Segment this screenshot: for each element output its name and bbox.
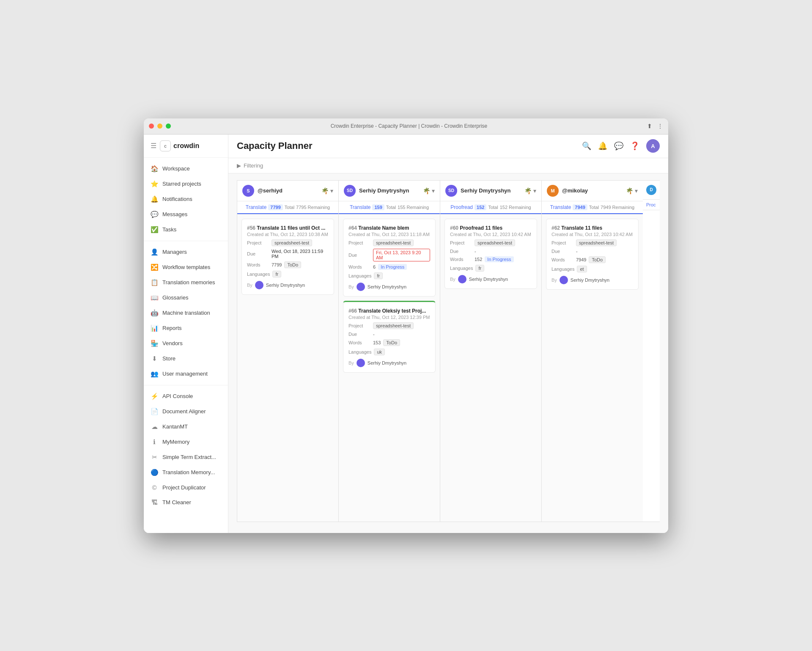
sidebar-item-machine-translation[interactable]: 🤖 Machine translation [144, 305, 228, 321]
dropdown-icon-2[interactable]: ▾ [432, 187, 435, 194]
due-label: Due [247, 251, 269, 256]
user-avatar[interactable]: A [646, 139, 660, 153]
words-value: 6 [373, 264, 376, 269]
person-avatar-4: М [547, 185, 559, 197]
sidebar-item-label: Store [162, 355, 176, 362]
tab-total: Total [386, 205, 396, 210]
tab-translate-1[interactable]: Translate 7799 Total 7795 Remaining [237, 201, 338, 214]
sidebar-item-translation-memory-tool[interactable]: 🔵 Translation Memory... [144, 465, 228, 480]
type-tabs-2: Translate 159 Total 155 Remaining [339, 201, 440, 214]
window-title: Crowdin Enterprise - Capacity Planner | … [171, 123, 647, 129]
dropdown-icon-4[interactable]: ▾ [635, 187, 638, 194]
chat-bubble-icon[interactable]: 💬 [614, 141, 623, 151]
filtering-label: Filtering [244, 162, 263, 169]
robot-icon: 🤖 [151, 309, 158, 317]
sidebar-item-managers[interactable]: 👤 Managers [144, 244, 228, 260]
minimize-button[interactable] [157, 124, 162, 129]
scissors-icon: ✂ [151, 453, 158, 461]
sidebar-nav: 🏠 Workspace ⭐ Starred projects 🔔 Notific… [144, 158, 228, 533]
hamburger-icon[interactable]: ☰ [151, 142, 156, 150]
notification-icon[interactable]: 🔔 [598, 141, 607, 151]
titlebar: Crowdin Enterprise - Capacity Planner | … [144, 118, 668, 135]
task-by-60: By Serhiy Dmytryshyn [450, 275, 532, 283]
by-avatar [560, 276, 568, 284]
language-tag: fr [475, 265, 484, 272]
sidebar-item-glossaries[interactable]: 📖 Glossaries [144, 290, 228, 305]
filtering-toggle[interactable]: ▶ Filtering [237, 162, 263, 169]
sidebar-item-label: Document Aligner [162, 408, 206, 415]
sidebar-item-simple-term[interactable]: ✂ Simple Term Extract... [144, 450, 228, 465]
sidebar-item-mymemory[interactable]: ℹ MyMemory [144, 434, 228, 450]
logo[interactable]: c crowdin [160, 140, 199, 151]
project-label: Project [551, 240, 573, 245]
cloud-icon: ☁ [151, 423, 158, 431]
sidebar-item-label: Reports [162, 325, 182, 331]
type-tabs-4: Translate 7949 Total 7949 Remaining [542, 201, 643, 214]
due-value: - [475, 249, 476, 254]
sidebar-item-kantanmt[interactable]: ☁ KantanMT [144, 419, 228, 434]
search-icon[interactable]: 🔍 [582, 141, 591, 151]
sidebar-item-user-management[interactable]: 👥 User management [144, 366, 228, 382]
fullscreen-button[interactable] [166, 124, 171, 129]
task-due-field: Due Fri, Oct 13, 2023 9:20 AM [348, 249, 430, 261]
by-label: By [247, 283, 252, 288]
sidebar-item-notifications[interactable]: 🔔 Notifications [144, 192, 228, 207]
sidebar-item-project-duplicator[interactable]: © Project Duplicator [144, 480, 228, 495]
sidebar-item-vendors[interactable]: 🏪 Vendors [144, 336, 228, 351]
task-card-64[interactable]: #64 Translate Name blem Created at Thu, … [343, 219, 436, 297]
project-tag: spreadsheet-test [475, 239, 515, 246]
person-column-serhiy-proofread: SD Serhiy Dmytryshyn 🌴 ▾ Proofread 152 [440, 180, 541, 522]
sidebar-item-label: Managers [162, 249, 187, 255]
person-column-serhiy-translate: SD Serhiy Dmytryshyn 🌴 ▾ Translate 159 [338, 180, 440, 522]
sidebar-item-store[interactable]: ⬇ Store [144, 351, 228, 366]
person-header-3: SD Serhiy Dmytryshyn 🌴 ▾ [440, 181, 541, 201]
sidebar-item-translation-memories[interactable]: 📋 Translation memories [144, 275, 228, 290]
by-label: By [348, 284, 354, 289]
by-name: Serhiy Dmytryshyn [368, 360, 406, 365]
sidebar-item-document-aligner[interactable]: 📄 Document Aligner [144, 404, 228, 419]
palm-icon-3: 🌴 [524, 187, 532, 194]
person-header-2: SD Serhiy Dmytryshyn 🌴 ▾ [339, 181, 440, 201]
share-icon[interactable]: ⬆ [647, 123, 652, 129]
task-title: #64 Translate Name blem [348, 225, 430, 231]
sidebar-item-starred[interactable]: ⭐ Starred projects [144, 176, 228, 192]
sidebar-item-workspace[interactable]: 🏠 Workspace [144, 161, 228, 176]
task-card-56[interactable]: #56 Translate 11 files until Oct ... Cre… [241, 219, 334, 295]
by-avatar [458, 275, 466, 283]
dropdown-icon[interactable]: ▾ [330, 187, 333, 194]
due-value: - [373, 332, 375, 337]
tab-label: Proofread [450, 204, 473, 210]
by-avatar [357, 283, 365, 291]
tab-proofread-3[interactable]: Proofread 152 Total 152 Remaining [440, 201, 541, 214]
tab-translate-4[interactable]: Translate 7949 Total 7949 Remaining [542, 201, 643, 214]
sidebar-item-reports[interactable]: 📊 Reports [144, 321, 228, 336]
sidebar-item-label: Notifications [162, 196, 192, 202]
due-label: Due [450, 249, 472, 254]
person-avatar-3: SD [445, 185, 457, 197]
more-icon[interactable]: ⋮ [657, 123, 663, 129]
kanban-scroll[interactable]: S @serhiyd 🌴 ▾ Translate 7799 Tota [237, 180, 660, 526]
task-by-2: By Serhiy Dmytryshyn [348, 283, 430, 291]
dropdown-icon-3[interactable]: ▾ [533, 187, 536, 194]
person-name-2: Serhiy Dmytryshyn [359, 187, 409, 194]
task-card-62[interactable]: #62 Translate 11 files Created at Thu, O… [546, 219, 639, 290]
close-button[interactable] [149, 124, 154, 129]
tab-translate-2[interactable]: Translate 159 Total 155 Remaining [339, 201, 440, 214]
copy-icon: © [151, 484, 158, 491]
users-icon: 👥 [151, 370, 158, 378]
sidebar-item-tm-cleaner[interactable]: 🏗 TM Cleaner [144, 495, 228, 510]
task-created: Created at Thu, Oct 12, 2023 10:42 AM [450, 232, 532, 237]
task-title: #56 Translate 11 files until Oct ... [247, 225, 329, 231]
sidebar-item-messages[interactable]: 💬 Messages [144, 207, 228, 222]
task-card-60[interactable]: #60 Proofread 11 files Created at Thu, O… [444, 219, 537, 289]
star-icon: ⭐ [151, 180, 158, 188]
help-icon[interactable]: ❓ [630, 141, 639, 151]
sidebar-item-workflow[interactable]: 🔀 Workflow templates [144, 260, 228, 275]
sidebar-item-api-console[interactable]: ⚡ API Console [144, 389, 228, 404]
sidebar-item-tasks[interactable]: ✅ Tasks [144, 222, 228, 237]
person-icon: 👤 [151, 248, 158, 256]
task-list-2: #64 Translate Name blem Created at Thu, … [339, 214, 440, 522]
sidebar-item-label: MyMemory [162, 439, 189, 445]
task-card-66[interactable]: #66 Translate Oleksiy test Proj... Creat… [343, 301, 436, 373]
task-list-4: #62 Translate 11 files Created at Thu, O… [542, 214, 643, 522]
